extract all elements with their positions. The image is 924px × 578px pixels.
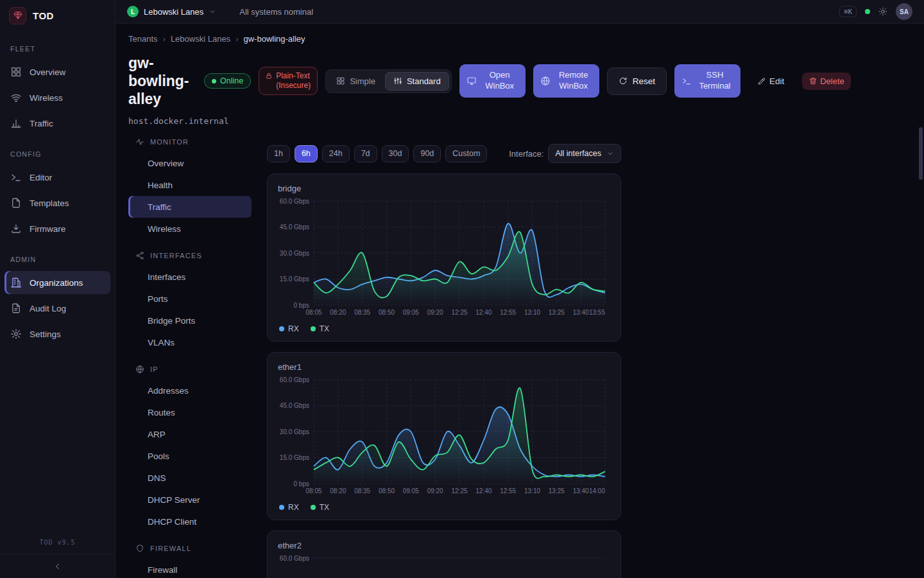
open-winbox-label: Open WinBox [481,70,518,92]
svg-text:08:50: 08:50 [379,309,395,316]
security-badge-label: Plain-Text (Insecure) [276,71,311,91]
svg-text:08:20: 08:20 [330,487,346,495]
range-button-1h[interactable]: 1h [267,145,290,162]
ssh-terminal-button[interactable]: SSH Terminal [674,64,740,98]
online-status-badge: Online [204,73,251,89]
refresh-icon [619,76,628,85]
breadcrumb: Tenants › Lebowski Lanes › gw-bowling-al… [128,34,924,44]
rx-dot-icon [279,326,284,331]
reset-label: Reset [633,76,655,86]
svg-text:14:00: 14:00 [589,487,605,495]
device-subnav: MONITOR Overview Health Traffic Wireless… [128,135,252,578]
user-avatar[interactable]: SA [896,3,912,20]
reset-button[interactable]: Reset [607,67,667,95]
sidebar-item-organizations[interactable]: Organizations [4,271,110,294]
subnav-item-wireless[interactable]: Wireless [128,218,252,240]
command-palette-shortcut[interactable]: ⌘K [839,6,857,17]
sidebar-item-wireless[interactable]: Wireless [4,86,110,109]
subnav-section-ip: IP [128,365,252,374]
svg-text:45.0 Gbps: 45.0 Gbps [280,402,309,409]
subnav-item-routes[interactable]: Routes [128,401,252,423]
svg-text:30.0 Gbps: 30.0 Gbps [280,250,309,257]
remote-winbox-button[interactable]: Remote WinBox [533,64,599,98]
grid-icon [10,66,22,78]
sidebar-item-editor[interactable]: Editor [4,166,110,189]
device-host: host.docker.internal [128,116,924,126]
svg-text:13:55: 13:55 [589,309,605,316]
page-title: gw-bowling-alley [128,54,196,108]
page-scrollbar[interactable] [919,0,923,578]
range-button-6h[interactable]: 6h [295,145,318,162]
theme-toggle-button[interactable] [878,7,887,16]
sidebar-item-audit-log[interactable]: Audit Log [4,297,110,320]
subnav-item-dhcp-server[interactable]: DHCP Server [128,489,252,511]
subnav-item-vlans[interactable]: VLANs [128,331,252,353]
app-root: TOD FLEET Overview Wireless Traffic CONF… [0,0,924,578]
traffic-chart-bridge: 0 bps15.0 Gbps30.0 Gbps45.0 Gbps60.0 Gbp… [278,196,610,322]
sidebar-item-label: Overview [30,67,65,77]
subnav-item-bridge-ports[interactable]: Bridge Ports [128,310,252,331]
app-logo[interactable]: TOD [0,0,115,31]
range-button-24h[interactable]: 24h [322,145,350,162]
svg-text:15.0 Gbps: 15.0 Gbps [280,454,309,461]
range-button-90d[interactable]: 90d [413,145,441,162]
range-button-30d[interactable]: 30d [382,145,409,162]
bar-chart-icon [10,118,22,129]
terminal-icon [10,171,22,183]
subnav-item-health[interactable]: Health [128,174,252,196]
subnav-item-dhcp-client[interactable]: DHCP Client [128,511,252,532]
tx-dot-icon [311,505,316,510]
subnav-item-firewall[interactable]: Firewall [128,559,252,578]
breadcrumb-tenants[interactable]: Tenants [128,34,158,44]
subnav-section-interfaces: INTERFACES [128,251,252,260]
breadcrumb-tenant[interactable]: Lebowski Lanes [171,34,230,44]
tenant-selector[interactable]: L Lebowski Lanes [127,6,216,17]
subnav-item-addresses[interactable]: Addresses [128,380,252,401]
view-mode-simple[interactable]: Simple [328,72,384,91]
chart-card-bridge: bridge 0 bps15.0 Gbps30.0 Gbps45.0 Gbps6… [267,173,621,342]
interface-select[interactable]: All interfaces [548,144,621,163]
svg-text:09:05: 09:05 [403,487,419,495]
svg-text:13:25: 13:25 [549,487,565,495]
svg-text:08:05: 08:05 [305,487,321,495]
delete-button[interactable]: Delete [802,73,851,90]
tenant-name: Lebowski Lanes [144,7,203,17]
terminal-icon [681,76,692,86]
sidebar-item-overview[interactable]: Overview [4,60,110,83]
legend-rx: RX [279,324,299,333]
sidebar-item-firmware[interactable]: Firmware [4,217,110,240]
sidebar-item-settings[interactable]: Settings [4,322,110,346]
traffic-chart-ether2: 0 bps15.0 Gbps30.0 Gbps45.0 Gbps60.0 Gbp… [278,553,610,578]
view-mode-standard[interactable]: Standard [385,72,449,91]
breadcrumb-separator: › [163,34,166,44]
security-badge: Plain-Text (Insecure) [259,67,318,95]
subnav-section-firewall: FIREWALL [128,544,252,553]
subnav-item-interfaces[interactable]: Interfaces [128,266,252,288]
sidebar: TOD FLEET Overview Wireless Traffic CONF… [0,0,116,578]
subnav-item-traffic[interactable]: Traffic [128,196,252,218]
sidebar-item-traffic[interactable]: Traffic [4,112,110,135]
chart-title: ether2 [278,541,610,550]
sidebar-item-templates[interactable]: Templates [4,191,110,215]
svg-text:09:20: 09:20 [427,309,443,316]
delete-label: Delete [820,76,844,86]
range-button-7d[interactable]: 7d [354,145,377,162]
edit-label: Edit [769,76,784,86]
monitor-icon [466,76,477,86]
building-icon [10,277,22,288]
subnav-item-overview[interactable]: Overview [128,152,252,174]
svg-text:13:25: 13:25 [549,309,565,316]
subnav-item-dns[interactable]: DNS [128,467,252,489]
range-button-custom[interactable]: Custom [445,145,487,162]
online-badge-label: Online [220,76,243,85]
sidebar-collapse-button[interactable] [0,554,115,578]
open-winbox-button[interactable]: Open WinBox [459,64,526,98]
scrollbar-thumb[interactable] [919,127,923,180]
subnav-item-pools[interactable]: Pools [128,445,252,467]
traffic-chart-ether1: 0 bps15.0 Gbps30.0 Gbps45.0 Gbps60.0 Gbp… [278,374,610,500]
subnav-item-arp[interactable]: ARP [128,423,252,445]
edit-button[interactable]: Edit [752,73,789,90]
svg-text:12:40: 12:40 [475,309,492,316]
pencil-icon [757,76,766,85]
subnav-item-ports[interactable]: Ports [128,288,252,310]
